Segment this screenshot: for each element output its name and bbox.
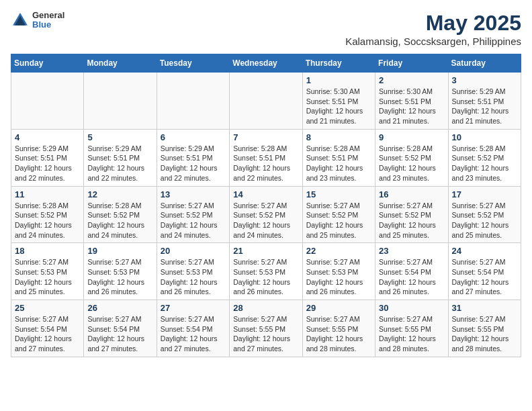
day-number: 18 <box>15 246 80 256</box>
logo-line2: Blue <box>32 20 64 30</box>
day-info: Sunrise: 5:29 AM Sunset: 5:51 PM Dayligh… <box>161 144 226 183</box>
day-info: Sunrise: 5:28 AM Sunset: 5:51 PM Dayligh… <box>233 144 298 183</box>
day-number: 15 <box>306 189 371 199</box>
calendar-cell <box>11 73 84 130</box>
day-info: Sunrise: 5:27 AM Sunset: 5:55 PM Dayligh… <box>306 314 371 354</box>
calendar-cell: 3Sunrise: 5:29 AM Sunset: 5:51 PM Daylig… <box>448 73 521 130</box>
day-info: Sunrise: 5:29 AM Sunset: 5:51 PM Dayligh… <box>452 87 517 126</box>
day-info: Sunrise: 5:27 AM Sunset: 5:53 PM Dayligh… <box>306 257 371 297</box>
weekday-header-friday: Friday <box>375 54 448 73</box>
calendar-cell: 13Sunrise: 5:27 AM Sunset: 5:52 PM Dayli… <box>157 186 229 243</box>
day-number: 17 <box>452 189 517 199</box>
day-number: 26 <box>87 303 152 313</box>
day-info: Sunrise: 5:29 AM Sunset: 5:51 PM Dayligh… <box>15 144 80 183</box>
calendar-cell: 28Sunrise: 5:27 AM Sunset: 5:55 PM Dayli… <box>230 300 302 357</box>
calendar-cell: 12Sunrise: 5:28 AM Sunset: 5:52 PM Dayli… <box>84 186 157 243</box>
day-number: 13 <box>161 189 226 199</box>
calendar-cell: 6Sunrise: 5:29 AM Sunset: 5:51 PM Daylig… <box>157 129 229 186</box>
day-number: 6 <box>161 132 226 142</box>
calendar-cell <box>84 73 157 130</box>
calendar-week-row: 18Sunrise: 5:27 AM Sunset: 5:53 PM Dayli… <box>11 243 521 300</box>
page-header: General Blue May 2025 Kalamansig, Soccsk… <box>11 11 521 47</box>
logo: General Blue <box>11 11 64 30</box>
calendar-cell: 22Sunrise: 5:27 AM Sunset: 5:53 PM Dayli… <box>302 243 375 300</box>
weekday-header-sunday: Sunday <box>11 54 84 73</box>
calendar-subtitle: Kalamansig, Soccsksargen, Philippines <box>345 36 521 47</box>
calendar-cell: 8Sunrise: 5:28 AM Sunset: 5:51 PM Daylig… <box>302 129 375 186</box>
day-info: Sunrise: 5:30 AM Sunset: 5:51 PM Dayligh… <box>306 87 371 126</box>
calendar-cell: 30Sunrise: 5:27 AM Sunset: 5:55 PM Dayli… <box>375 300 448 357</box>
title-area: May 2025 Kalamansig, Soccsksargen, Phili… <box>345 11 521 47</box>
weekday-header-thursday: Thursday <box>302 54 375 73</box>
calendar-cell: 18Sunrise: 5:27 AM Sunset: 5:53 PM Dayli… <box>11 243 84 300</box>
weekday-header-tuesday: Tuesday <box>157 54 229 73</box>
calendar-cell: 29Sunrise: 5:27 AM Sunset: 5:55 PM Dayli… <box>302 300 375 357</box>
logo-line1: General <box>32 11 64 20</box>
day-number: 24 <box>452 246 517 256</box>
day-number: 19 <box>87 246 152 256</box>
calendar-cell: 16Sunrise: 5:27 AM Sunset: 5:52 PM Dayli… <box>375 186 448 243</box>
logo-icon <box>11 11 30 30</box>
day-number: 10 <box>452 132 517 142</box>
calendar-cell: 20Sunrise: 5:27 AM Sunset: 5:53 PM Dayli… <box>157 243 229 300</box>
day-info: Sunrise: 5:28 AM Sunset: 5:52 PM Dayligh… <box>379 144 444 183</box>
calendar-cell: 24Sunrise: 5:27 AM Sunset: 5:54 PM Dayli… <box>448 243 521 300</box>
calendar-table: SundayMondayTuesdayWednesdayThursdayFrid… <box>11 54 521 357</box>
day-number: 7 <box>233 132 298 142</box>
day-info: Sunrise: 5:27 AM Sunset: 5:53 PM Dayligh… <box>161 257 226 297</box>
calendar-cell: 27Sunrise: 5:27 AM Sunset: 5:54 PM Dayli… <box>157 300 229 357</box>
day-number: 12 <box>87 189 152 199</box>
day-info: Sunrise: 5:27 AM Sunset: 5:54 PM Dayligh… <box>379 257 444 297</box>
calendar-week-row: 11Sunrise: 5:28 AM Sunset: 5:52 PM Dayli… <box>11 186 521 243</box>
day-info: Sunrise: 5:27 AM Sunset: 5:54 PM Dayligh… <box>15 314 80 354</box>
day-info: Sunrise: 5:28 AM Sunset: 5:52 PM Dayligh… <box>452 144 517 183</box>
calendar-header: SundayMondayTuesdayWednesdayThursdayFrid… <box>11 54 521 73</box>
weekday-header-monday: Monday <box>84 54 157 73</box>
calendar-cell: 17Sunrise: 5:27 AM Sunset: 5:52 PM Dayli… <box>448 186 521 243</box>
calendar-cell: 25Sunrise: 5:27 AM Sunset: 5:54 PM Dayli… <box>11 300 84 357</box>
day-info: Sunrise: 5:27 AM Sunset: 5:55 PM Dayligh… <box>233 314 298 354</box>
day-number: 31 <box>452 303 517 313</box>
calendar-title: May 2025 <box>345 11 521 36</box>
calendar-cell: 2Sunrise: 5:30 AM Sunset: 5:51 PM Daylig… <box>375 73 448 130</box>
calendar-cell: 1Sunrise: 5:30 AM Sunset: 5:51 PM Daylig… <box>302 73 375 130</box>
day-number: 16 <box>379 189 444 199</box>
day-number: 23 <box>379 246 444 256</box>
day-info: Sunrise: 5:28 AM Sunset: 5:52 PM Dayligh… <box>87 201 152 240</box>
day-number: 29 <box>306 303 371 313</box>
calendar-cell <box>230 73 302 130</box>
calendar-cell: 31Sunrise: 5:27 AM Sunset: 5:55 PM Dayli… <box>448 300 521 357</box>
calendar-cell: 26Sunrise: 5:27 AM Sunset: 5:54 PM Dayli… <box>84 300 157 357</box>
day-info: Sunrise: 5:27 AM Sunset: 5:54 PM Dayligh… <box>161 314 226 354</box>
day-info: Sunrise: 5:30 AM Sunset: 5:51 PM Dayligh… <box>379 87 444 126</box>
weekday-header-wednesday: Wednesday <box>230 54 302 73</box>
day-number: 20 <box>161 246 226 256</box>
day-info: Sunrise: 5:27 AM Sunset: 5:55 PM Dayligh… <box>379 314 444 354</box>
day-info: Sunrise: 5:27 AM Sunset: 5:54 PM Dayligh… <box>452 257 517 297</box>
calendar-cell: 4Sunrise: 5:29 AM Sunset: 5:51 PM Daylig… <box>11 129 84 186</box>
weekday-header-row: SundayMondayTuesdayWednesdayThursdayFrid… <box>11 54 521 73</box>
day-number: 14 <box>233 189 298 199</box>
calendar-week-row: 1Sunrise: 5:30 AM Sunset: 5:51 PM Daylig… <box>11 73 521 130</box>
calendar-cell: 15Sunrise: 5:27 AM Sunset: 5:52 PM Dayli… <box>302 186 375 243</box>
day-number: 30 <box>379 303 444 313</box>
calendar-cell: 19Sunrise: 5:27 AM Sunset: 5:53 PM Dayli… <box>84 243 157 300</box>
day-number: 3 <box>452 75 517 85</box>
day-number: 1 <box>306 75 371 85</box>
day-info: Sunrise: 5:27 AM Sunset: 5:54 PM Dayligh… <box>87 314 152 354</box>
day-info: Sunrise: 5:27 AM Sunset: 5:52 PM Dayligh… <box>233 201 298 240</box>
day-number: 9 <box>379 132 444 142</box>
calendar-cell: 7Sunrise: 5:28 AM Sunset: 5:51 PM Daylig… <box>230 129 302 186</box>
day-info: Sunrise: 5:28 AM Sunset: 5:51 PM Dayligh… <box>306 144 371 183</box>
day-info: Sunrise: 5:28 AM Sunset: 5:52 PM Dayligh… <box>15 201 80 240</box>
day-number: 28 <box>233 303 298 313</box>
calendar-week-row: 25Sunrise: 5:27 AM Sunset: 5:54 PM Dayli… <box>11 300 521 357</box>
day-number: 11 <box>15 189 80 199</box>
day-info: Sunrise: 5:27 AM Sunset: 5:52 PM Dayligh… <box>379 201 444 240</box>
day-info: Sunrise: 5:27 AM Sunset: 5:53 PM Dayligh… <box>87 257 152 297</box>
day-info: Sunrise: 5:27 AM Sunset: 5:52 PM Dayligh… <box>306 201 371 240</box>
calendar-cell: 5Sunrise: 5:29 AM Sunset: 5:51 PM Daylig… <box>84 129 157 186</box>
calendar-cell: 11Sunrise: 5:28 AM Sunset: 5:52 PM Dayli… <box>11 186 84 243</box>
calendar-cell: 14Sunrise: 5:27 AM Sunset: 5:52 PM Dayli… <box>230 186 302 243</box>
day-number: 2 <box>379 75 444 85</box>
